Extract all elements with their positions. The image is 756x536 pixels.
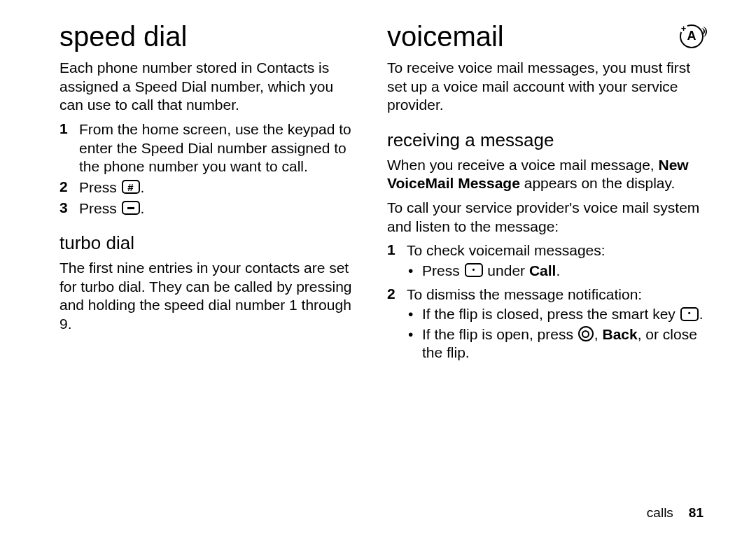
step-number: 2	[59, 178, 79, 195]
bold-text: Back	[602, 326, 637, 342]
bold-text: Call	[529, 262, 556, 278]
heading-voicemail: voicemail	[387, 21, 504, 52]
hash-key-icon	[122, 180, 140, 194]
bullet-item: Press under Call.	[407, 262, 704, 281]
plus-icon: +	[679, 24, 688, 33]
step-3: 3 Press .	[59, 199, 359, 218]
text: appears on the display.	[520, 175, 675, 191]
text: .	[556, 262, 560, 278]
sound-wave-icon	[698, 27, 707, 37]
step-text: Press .	[79, 178, 359, 197]
smart-key-icon	[680, 307, 699, 321]
step-text: To dismiss the message notification:	[407, 285, 704, 304]
page-footer: calls81	[647, 505, 704, 521]
voicemail-intro: To receive voice mail messages, you must…	[387, 59, 704, 115]
receiving-text-2: To call your service provider's voice ma…	[387, 199, 704, 236]
turbo-dial-text: The first nine entries in your contacts …	[59, 259, 359, 334]
center-key-icon	[578, 326, 594, 341]
bullet-list: Press under Call.	[407, 262, 704, 281]
call-key-icon	[122, 201, 140, 215]
text: If the flip is closed, press the smart k…	[422, 306, 680, 322]
step-text: To check voicemail messages:	[407, 241, 704, 260]
text: .	[141, 200, 145, 216]
step-2: 2 Press .	[59, 178, 359, 197]
left-column: speed dial Each phone number stored in C…	[59, 21, 382, 522]
right-column: voicemail + To receive voice mail messag…	[382, 21, 704, 522]
receiving-text-1: When you receive a voice mail message, N…	[387, 156, 704, 193]
step-text: Press .	[79, 199, 359, 218]
soft-key-icon	[465, 263, 483, 277]
heading-turbo-dial: turbo dial	[59, 233, 359, 253]
text: ,	[594, 326, 603, 342]
bullet-item: If the flip is open, press , Back, or cl…	[407, 325, 704, 362]
section-label: calls	[647, 505, 673, 520]
voicemail-steps: 1 To check voicemail messages: Press und…	[387, 241, 704, 365]
step-number: 1	[59, 120, 79, 137]
step-number: 3	[59, 199, 79, 216]
text: Press	[422, 262, 464, 278]
heading-speed-dial: speed dial	[59, 21, 359, 52]
text: Press	[79, 179, 121, 195]
text: Press	[79, 200, 121, 216]
step-1: 1 To check voicemail messages: Press und…	[387, 241, 704, 283]
voicemail-heading-row: voicemail +	[387, 21, 704, 52]
speed-dial-steps: 1 From the home screen, use the keypad t…	[59, 120, 359, 218]
step-1: 1 From the home screen, use the keypad t…	[59, 120, 359, 176]
step-2: 2 To dismiss the message notification: I…	[387, 285, 704, 366]
heading-receiving-message: receiving a message	[387, 130, 704, 150]
step-body: To check voicemail messages: Press under…	[407, 241, 704, 283]
step-number: 2	[387, 285, 407, 302]
step-number: 1	[387, 241, 407, 258]
step-text: From the home screen, use the keypad to …	[79, 120, 359, 176]
step-body: To dismiss the message notification: If …	[407, 285, 704, 366]
speed-dial-intro: Each phone number stored in Contacts is …	[59, 59, 359, 115]
bullet-item: If the flip is closed, press the smart k…	[407, 305, 704, 324]
accessibility-icon: +	[680, 24, 704, 48]
text: .	[141, 179, 145, 195]
manual-page: speed dial Each phone number stored in C…	[0, 0, 756, 536]
text: If the flip is open, press	[422, 326, 578, 342]
text: under	[484, 262, 529, 278]
page-number: 81	[689, 505, 704, 520]
text: .	[699, 306, 704, 322]
bullet-list: If the flip is closed, press the smart k…	[407, 305, 704, 362]
text: When you receive a voice mail message,	[387, 157, 659, 173]
